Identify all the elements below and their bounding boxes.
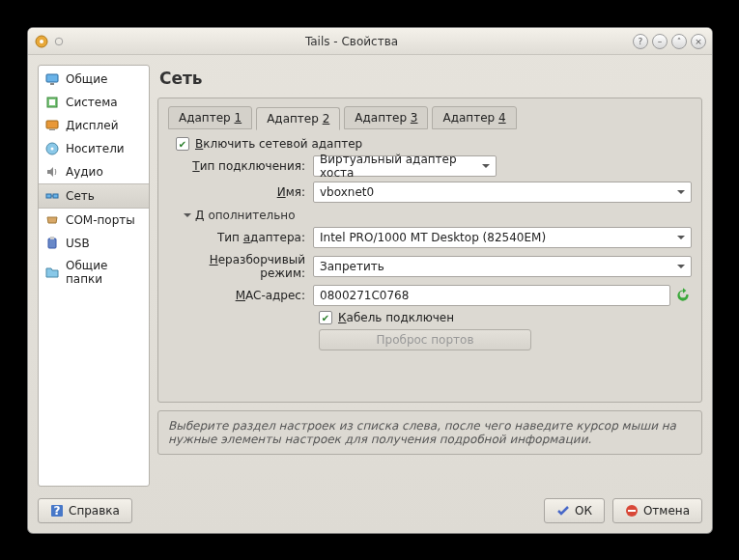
sidebar-item-label: Система	[66, 96, 118, 109]
title-buttons: ? – ˄ ×	[633, 34, 706, 49]
refresh-icon[interactable]	[674, 287, 692, 304]
window-title: Tails - Свойства	[71, 35, 633, 48]
sidebar-item-storage[interactable]: Носители	[39, 137, 149, 160]
button-label: ОК	[575, 504, 592, 518]
svg-rect-4	[50, 83, 54, 85]
sidebar-item-label: Общие	[66, 72, 107, 86]
cancel-button[interactable]: Отмена	[612, 498, 702, 523]
enable-adapter-label: Включить сетевой адаптер	[195, 137, 362, 151]
sidebar-item-label: USB	[66, 237, 90, 250]
network-icon	[44, 188, 60, 204]
tab-adapter-4[interactable]: Адаптер 4	[432, 106, 516, 129]
tab-adapter-3[interactable]: Адаптер 3	[344, 106, 428, 129]
serial-icon	[44, 212, 60, 228]
sidebar-item-display[interactable]: Дисплей	[39, 114, 149, 137]
select-value: vboxnet0	[320, 185, 374, 199]
svg-rect-8	[49, 129, 55, 130]
svg-rect-7	[46, 121, 58, 128]
help-button[interactable]: ? Справка	[38, 498, 132, 523]
ok-button[interactable]: ОК	[544, 498, 605, 523]
help-icon: ?	[50, 504, 64, 518]
button-label: Справка	[69, 504, 120, 518]
svg-rect-13	[48, 238, 56, 248]
advanced-toggle[interactable]: Дополнительно	[184, 209, 692, 222]
display-icon	[44, 118, 60, 133]
attach-select[interactable]: Виртуальный адаптер хоста	[313, 155, 497, 177]
cable-label: Кабель подключен	[338, 311, 454, 324]
titlebar: Tails - Свойства ? – ˄ ×	[28, 28, 712, 55]
mac-label: MAC-адрес:	[168, 289, 313, 302]
pin-icon[interactable]	[53, 34, 65, 49]
svg-rect-6	[49, 99, 55, 105]
tab-adapter-1[interactable]: Адаптер 1	[168, 106, 252, 129]
name-select[interactable]: vboxnet0	[313, 182, 692, 203]
sidebar-item-label: Дисплей	[66, 119, 118, 132]
port-forwarding-button: Проброс портов	[319, 329, 531, 350]
main-content: Сеть Адаптер 1 Адаптер 2 Адаптер 3 Адапт…	[157, 65, 702, 487]
promisc-label: Неразборчивый режим:	[168, 253, 313, 280]
svg-point-2	[55, 38, 63, 45]
speaker-icon	[44, 164, 60, 180]
close-button[interactable]: ×	[691, 34, 706, 49]
name-label: Имя:	[168, 185, 313, 199]
button-label: Отмена	[643, 504, 690, 518]
adapter-tabs: Адаптер 1 Адаптер 2 Адаптер 3 Адаптер 4	[168, 106, 692, 129]
tab-adapter-2[interactable]: Адаптер 2	[256, 107, 340, 130]
monitor-icon	[44, 71, 60, 87]
sidebar-item-general[interactable]: Общие	[39, 68, 149, 91]
sidebar: Общие Система Дисплей Носители Аудио Сет…	[38, 65, 150, 487]
sidebar-item-label: Общие папки	[66, 259, 143, 286]
svg-text:?: ?	[54, 504, 61, 518]
adapter-type-select[interactable]: Intel PRO/1000 MT Desktop (82540EM)	[313, 227, 692, 248]
select-value: Запретить	[320, 260, 384, 273]
sidebar-item-label: COM-порты	[66, 213, 135, 227]
sidebar-item-label: Сеть	[66, 189, 95, 203]
disc-icon	[44, 141, 60, 156]
folder-icon	[44, 265, 60, 280]
footer: ? Справка ОК Отмена	[28, 492, 712, 533]
gear-icon	[34, 34, 49, 49]
maximize-button[interactable]: ˄	[671, 34, 687, 49]
svg-rect-18	[628, 510, 636, 512]
sidebar-item-system[interactable]: Система	[39, 91, 149, 114]
sidebar-item-network[interactable]: Сеть	[39, 183, 149, 209]
sidebar-item-serial[interactable]: COM-порты	[39, 209, 149, 232]
sidebar-item-label: Носители	[66, 142, 125, 155]
minimize-button[interactable]: –	[652, 34, 668, 49]
sidebar-item-audio[interactable]: Аудио	[39, 160, 149, 183]
cancel-icon	[625, 504, 639, 518]
select-value: Intel PRO/1000 MT Desktop (82540EM)	[320, 231, 546, 244]
sidebar-item-shared[interactable]: Общие папки	[39, 255, 149, 290]
cable-checkbox[interactable]	[319, 311, 332, 324]
help-button[interactable]: ?	[633, 34, 648, 49]
usb-icon	[44, 236, 60, 251]
help-text: Выберите раздел настроек из списка слева…	[157, 410, 702, 455]
settings-window: Tails - Свойства ? – ˄ × Общие Система Д…	[27, 27, 713, 534]
sidebar-item-usb[interactable]: USB	[39, 232, 149, 255]
adapter-type-label: Тип адаптера:	[168, 231, 313, 244]
page-title: Сеть	[157, 65, 702, 98]
select-value: Виртуальный адаптер хоста	[320, 153, 476, 180]
svg-point-10	[51, 148, 54, 151]
settings-panel: Адаптер 1 Адаптер 2 Адаптер 3 Адаптер 4 …	[157, 98, 702, 403]
svg-rect-12	[53, 194, 58, 198]
enable-adapter-checkbox[interactable]	[176, 137, 189, 151]
attach-label: Тип подключения:	[168, 159, 313, 173]
svg-rect-14	[50, 237, 54, 239]
mac-input[interactable]	[313, 285, 670, 306]
svg-rect-11	[46, 194, 51, 198]
chip-icon	[44, 95, 60, 110]
promisc-select[interactable]: Запретить	[313, 256, 692, 277]
sidebar-item-label: Аудио	[66, 165, 103, 179]
check-icon	[556, 504, 570, 518]
svg-rect-3	[46, 74, 58, 82]
svg-point-1	[40, 40, 43, 43]
